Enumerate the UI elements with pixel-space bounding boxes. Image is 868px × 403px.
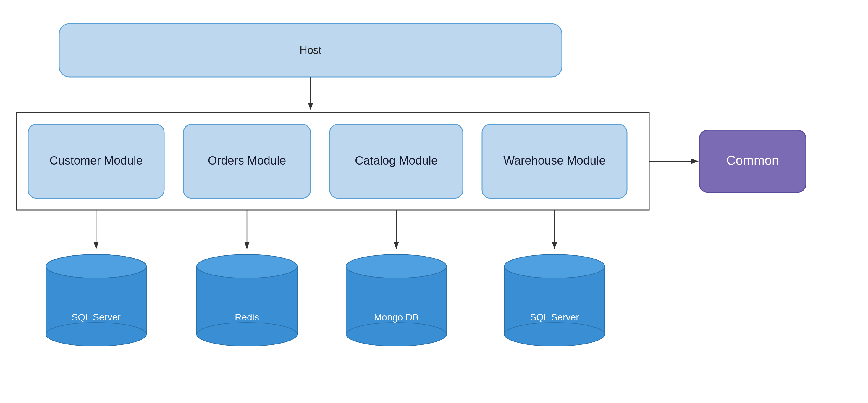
svg-point-2 bbox=[46, 322, 146, 346]
db-redis: Redis bbox=[197, 255, 297, 346]
host-label: Host bbox=[300, 44, 321, 56]
diagram-container: Host Customer Module Orders Module Catal… bbox=[0, 0, 868, 403]
svg-text:SQL Server: SQL Server bbox=[530, 312, 579, 322]
common-label: Common bbox=[726, 153, 779, 168]
catalog-module-label: Catalog Module bbox=[355, 154, 438, 167]
svg-text:SQL Server: SQL Server bbox=[71, 312, 121, 322]
warehouse-module-label: Warehouse Module bbox=[503, 154, 606, 167]
svg-point-12 bbox=[346, 255, 446, 278]
svg-point-11 bbox=[346, 322, 446, 346]
svg-text:Mongo DB: Mongo DB bbox=[374, 312, 418, 322]
svg-point-8 bbox=[197, 255, 297, 278]
svg-point-15 bbox=[504, 322, 605, 346]
customer-module-label: Customer Module bbox=[50, 154, 143, 167]
svg-point-7 bbox=[197, 322, 297, 346]
orders-module-label: Orders Module bbox=[208, 154, 286, 167]
db-sql-server-1: SQL Server bbox=[46, 255, 146, 346]
svg-point-16 bbox=[504, 255, 605, 278]
db-mongo: Mongo DB bbox=[346, 255, 446, 346]
svg-text:Redis: Redis bbox=[235, 312, 259, 322]
db-sql-server-2: SQL Server bbox=[504, 255, 605, 346]
